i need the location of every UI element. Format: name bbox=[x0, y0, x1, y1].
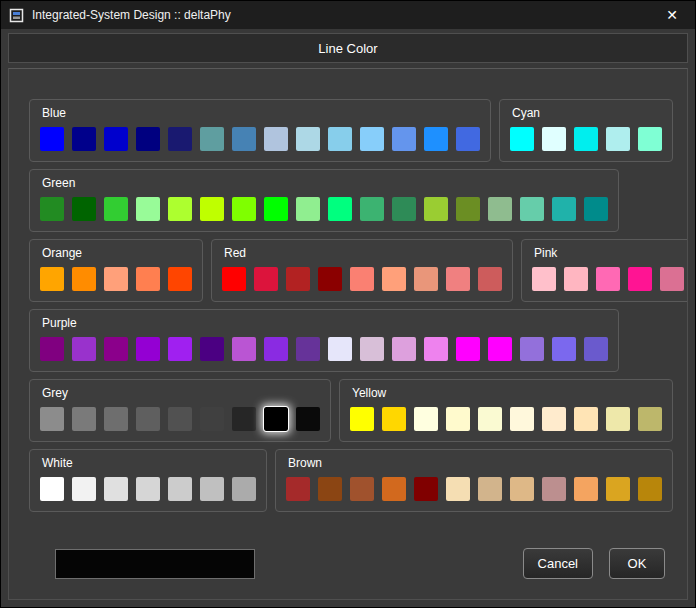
color-swatch[interactable] bbox=[638, 477, 662, 501]
color-swatch[interactable] bbox=[552, 197, 576, 221]
color-swatch[interactable] bbox=[446, 477, 470, 501]
color-swatch[interactable] bbox=[488, 337, 512, 361]
color-swatch[interactable] bbox=[136, 407, 160, 431]
color-swatch[interactable] bbox=[446, 267, 470, 291]
color-swatch[interactable] bbox=[414, 267, 438, 291]
color-swatch[interactable] bbox=[200, 197, 224, 221]
color-swatch[interactable] bbox=[286, 477, 310, 501]
color-swatch[interactable] bbox=[574, 407, 598, 431]
color-swatch[interactable] bbox=[446, 407, 470, 431]
color-swatch[interactable] bbox=[424, 127, 448, 151]
color-swatch[interactable] bbox=[574, 127, 598, 151]
color-swatch[interactable] bbox=[574, 477, 598, 501]
color-swatch[interactable] bbox=[104, 197, 128, 221]
color-swatch[interactable] bbox=[232, 477, 256, 501]
color-swatch[interactable] bbox=[104, 127, 128, 151]
color-swatch[interactable] bbox=[414, 477, 438, 501]
color-swatch[interactable] bbox=[168, 267, 192, 291]
color-swatch[interactable] bbox=[510, 127, 534, 151]
color-swatch[interactable] bbox=[40, 337, 64, 361]
titlebar[interactable]: Integrated-System Design :: deltaPhy ✕ bbox=[1, 1, 695, 29]
color-swatch[interactable] bbox=[584, 337, 608, 361]
color-swatch[interactable] bbox=[606, 127, 630, 151]
color-swatch[interactable] bbox=[264, 337, 288, 361]
color-swatch[interactable] bbox=[350, 407, 374, 431]
color-swatch[interactable] bbox=[136, 477, 160, 501]
color-swatch[interactable] bbox=[424, 337, 448, 361]
color-swatch[interactable] bbox=[328, 197, 352, 221]
color-swatch[interactable] bbox=[520, 197, 544, 221]
color-swatch[interactable] bbox=[328, 337, 352, 361]
color-swatch[interactable] bbox=[660, 267, 684, 291]
color-swatch[interactable] bbox=[638, 407, 662, 431]
color-swatch[interactable] bbox=[520, 337, 544, 361]
color-swatch[interactable] bbox=[264, 127, 288, 151]
color-swatch[interactable] bbox=[72, 197, 96, 221]
ok-button[interactable]: OK bbox=[609, 548, 665, 579]
color-swatch[interactable] bbox=[564, 267, 588, 291]
color-swatch[interactable] bbox=[104, 267, 128, 291]
color-swatch[interactable] bbox=[136, 267, 160, 291]
color-swatch[interactable] bbox=[72, 127, 96, 151]
color-swatch[interactable] bbox=[510, 477, 534, 501]
color-swatch[interactable] bbox=[200, 127, 224, 151]
color-swatch[interactable] bbox=[414, 407, 438, 431]
color-swatch[interactable] bbox=[360, 127, 384, 151]
color-swatch[interactable] bbox=[232, 407, 256, 431]
color-swatch[interactable] bbox=[104, 477, 128, 501]
color-swatch[interactable] bbox=[40, 267, 64, 291]
color-swatch[interactable] bbox=[72, 267, 96, 291]
color-swatch[interactable] bbox=[168, 477, 192, 501]
color-swatch[interactable] bbox=[72, 477, 96, 501]
color-swatch[interactable] bbox=[296, 197, 320, 221]
color-swatch[interactable] bbox=[286, 267, 310, 291]
color-swatch[interactable] bbox=[318, 477, 342, 501]
color-swatch[interactable] bbox=[596, 267, 620, 291]
color-swatch[interactable] bbox=[232, 337, 256, 361]
color-swatch[interactable] bbox=[350, 477, 374, 501]
color-swatch[interactable] bbox=[40, 407, 64, 431]
color-swatch[interactable] bbox=[532, 267, 556, 291]
color-swatch[interactable] bbox=[254, 267, 278, 291]
color-swatch[interactable] bbox=[478, 477, 502, 501]
color-swatch[interactable] bbox=[296, 407, 320, 431]
color-swatch[interactable] bbox=[382, 477, 406, 501]
color-swatch[interactable] bbox=[168, 127, 192, 151]
color-swatch[interactable] bbox=[584, 197, 608, 221]
color-swatch[interactable] bbox=[488, 197, 512, 221]
color-swatch[interactable] bbox=[168, 337, 192, 361]
color-swatch[interactable] bbox=[392, 337, 416, 361]
color-swatch[interactable] bbox=[456, 337, 480, 361]
color-swatch[interactable] bbox=[72, 407, 96, 431]
color-swatch[interactable] bbox=[360, 337, 384, 361]
color-swatch[interactable] bbox=[264, 407, 288, 431]
color-swatch[interactable] bbox=[552, 337, 576, 361]
color-swatch[interactable] bbox=[542, 407, 566, 431]
color-swatch[interactable] bbox=[72, 337, 96, 361]
color-swatch[interactable] bbox=[606, 477, 630, 501]
color-swatch[interactable] bbox=[542, 127, 566, 151]
color-swatch[interactable] bbox=[200, 477, 224, 501]
color-swatch[interactable] bbox=[296, 337, 320, 361]
color-swatch[interactable] bbox=[104, 337, 128, 361]
color-swatch[interactable] bbox=[478, 267, 502, 291]
color-swatch[interactable] bbox=[222, 267, 246, 291]
color-swatch[interactable] bbox=[104, 407, 128, 431]
color-swatch[interactable] bbox=[456, 127, 480, 151]
close-icon[interactable]: ✕ bbox=[649, 1, 695, 29]
color-swatch[interactable] bbox=[136, 127, 160, 151]
color-swatch[interactable] bbox=[232, 197, 256, 221]
color-swatch[interactable] bbox=[392, 127, 416, 151]
color-swatch[interactable] bbox=[168, 407, 192, 431]
color-swatch[interactable] bbox=[318, 267, 342, 291]
color-swatch[interactable] bbox=[606, 407, 630, 431]
color-swatch[interactable] bbox=[360, 197, 384, 221]
color-swatch[interactable] bbox=[382, 267, 406, 291]
color-swatch[interactable] bbox=[382, 407, 406, 431]
color-swatch[interactable] bbox=[424, 197, 448, 221]
color-swatch[interactable] bbox=[40, 127, 64, 151]
color-swatch[interactable] bbox=[200, 337, 224, 361]
color-swatch[interactable] bbox=[232, 127, 256, 151]
color-swatch[interactable] bbox=[510, 407, 534, 431]
color-swatch[interactable] bbox=[542, 477, 566, 501]
